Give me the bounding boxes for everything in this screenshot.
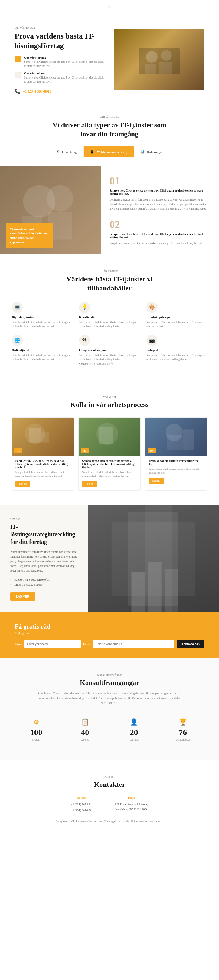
service-icon-5: 🛠 xyxy=(79,335,90,346)
about-btn[interactable]: LÄS MER xyxy=(10,592,35,601)
hero-tag: Om vårt företag xyxy=(14,26,105,29)
service-name-1: Digitala tjänster xyxy=(12,315,73,319)
mobile-icon: 📱 xyxy=(90,150,94,154)
cta-email-input[interactable] xyxy=(93,640,175,648)
about-title: IT-lösningsstrategiutveckling för ditt f… xyxy=(10,523,78,546)
split-item-1-desc: Det främsta skaset till att formaten är … xyxy=(110,197,210,211)
contact-phone-col: Telefon +1 (234) 567-891 +1 (234) 987-05… xyxy=(71,796,92,813)
services-grid-tag: Våra tjänster xyxy=(12,269,207,272)
cta-section: Få gratis råd Sliding titel Name Email K… xyxy=(0,612,219,658)
phone-icon: 📞 xyxy=(14,89,21,94)
svg-rect-3 xyxy=(144,64,156,75)
hero-title: Prova världens bästa IT-lösningsföretag xyxy=(14,32,105,51)
services-intro-section: Om vårt arbete Vi driver alla typer av I… xyxy=(0,103,219,166)
tabs-row: ⚙ Utveckling 📱 Webbmarknadsföring 📊 Data… xyxy=(14,146,205,158)
about-tag: Om oss xyxy=(10,517,78,520)
stats-row: ⚙ 100 Projekt 📋 40 Clients 👤 20 Vårt lag… xyxy=(12,714,207,746)
process-row: 01 Sample text. Click to select the text… xyxy=(12,417,207,491)
achievements-section: Konsultframgångar Konsultframgångar Samp… xyxy=(0,658,219,760)
process-card-title-2: Sample text. Click to select the text bo… xyxy=(82,459,136,469)
process-num-badge-3: 03 xyxy=(148,448,156,453)
about-list: • Support via e-post och telefon • Multi… xyxy=(10,577,78,587)
achievements-tag: Konsultframgångar xyxy=(12,673,207,676)
stat-item-1: ⚙ 100 Projekt xyxy=(12,714,61,746)
about-list-item-2: • Multi-Language Support xyxy=(10,582,78,587)
tab-development-label: Utveckling xyxy=(62,150,77,154)
stat-icon-4: 🏆 xyxy=(163,718,203,726)
cta-name-input[interactable] xyxy=(24,640,81,648)
stat-label-2: Clients xyxy=(65,738,105,741)
service-card-6: 📷 Fotografi Sample text. Click to select… xyxy=(146,335,207,366)
svg-rect-22 xyxy=(132,572,145,612)
stat-label-3: Vårt lag xyxy=(114,738,154,741)
hero-item-desc-1: Sample text. Click to select the text bo… xyxy=(24,60,105,68)
contact-section: Alla oss Kontakter Telefon +1 (234) 567-… xyxy=(0,760,219,838)
process-btn-2[interactable]: Läs nu xyxy=(82,481,97,487)
service-icon-3: 🎨 xyxy=(146,302,157,313)
split-item-2: 02 Sample text. Click to select the text… xyxy=(110,218,210,245)
tab-development[interactable]: ⚙ Utveckling xyxy=(50,146,84,158)
hero-image-illustration xyxy=(130,37,188,83)
hero-item-icon-2 xyxy=(14,72,21,78)
hero-image xyxy=(114,29,205,91)
service-icon-2: 💡 xyxy=(79,302,90,313)
contact-address-title: Plats xyxy=(115,796,148,799)
service-desc-1: Sample text. Click to select the text bo… xyxy=(12,320,73,329)
services-grid-section: Våra tjänster Världens bästa IT-tjänster… xyxy=(0,254,219,380)
process-num-badge-1: 01 xyxy=(14,448,22,453)
contact-phone-2: +1 (234) 987-056 xyxy=(71,807,92,813)
contact-address: 121 Rock Street, 21 Avenue, New York, NY… xyxy=(115,802,148,812)
stat-num-3: 20 xyxy=(114,728,154,737)
svg-rect-24 xyxy=(165,569,178,612)
process-content-3: again or double click to start editing t… xyxy=(145,456,207,487)
process-tag: Vad vi gör xyxy=(12,395,207,398)
svg-rect-14 xyxy=(99,426,113,444)
contact-address-col: Plats 121 Rock Street, 21 Avenue, New Yo… xyxy=(115,796,148,813)
process-content-1: Sample text. Click to select the text bo… xyxy=(12,456,74,490)
about-image-illustration xyxy=(87,505,219,612)
service-desc-3: Sample text. Click to select the text bo… xyxy=(146,320,207,329)
svg-point-1 xyxy=(146,51,158,63)
stat-num-2: 40 xyxy=(65,728,105,737)
tab-webmarketing-label: Webbmarknadsföring xyxy=(97,150,127,154)
svg-rect-23 xyxy=(148,562,162,612)
achievements-desc: Sample text. Click to select the text bo… xyxy=(36,691,182,705)
contact-title: Kontakter xyxy=(12,781,207,789)
service-card-4: 🌐 Onlinetjänst Sample text. Click to sel… xyxy=(12,335,73,366)
hero-phone[interactable]: 📞 +1 (234) 567-8910 xyxy=(14,89,105,94)
split-item-1: 01 Sample text. Click to select the text… xyxy=(110,175,210,211)
services-intro-tag: Om vårt arbete xyxy=(14,115,205,118)
process-img-2: 02 xyxy=(79,418,140,456)
cta-title: Få gratis råd xyxy=(14,623,205,630)
svg-rect-4 xyxy=(159,62,172,75)
svg-point-2 xyxy=(161,50,172,61)
services-grid-title: Världens bästa IT-tjänster vi tillhandah… xyxy=(59,275,160,293)
process-btn-3[interactable]: Läs nu xyxy=(149,478,164,484)
split-item-1-title: Sample text. Click to select the text bo… xyxy=(110,189,210,195)
tab-webmarketing[interactable]: 📱 Webbmarknadsföring xyxy=(84,146,134,158)
hero-section: Om vårt företag Prova världens bästa IT-… xyxy=(0,14,219,103)
hamburger-icon[interactable]: ≡ xyxy=(108,3,111,10)
process-card-2: 02 Sample text. Click to select the text… xyxy=(78,417,140,491)
service-name-2: Kreativ idé xyxy=(79,315,140,319)
service-card-1: 💻 Digitala tjänster Sample text. Click t… xyxy=(12,302,73,329)
svg-point-7 xyxy=(47,185,73,212)
service-desc-5: Sample text. Click to select the text bo… xyxy=(79,353,140,366)
process-btn-1[interactable]: Läs nu xyxy=(16,481,30,487)
stat-item-2: 📋 40 Clients xyxy=(61,714,110,746)
about-right xyxy=(87,505,219,612)
navigation: ≡ xyxy=(0,0,219,14)
gear-icon: ⚙ xyxy=(57,150,60,154)
process-section: Vad vi gör Kolla in vår arbetsprocess 01… xyxy=(0,380,219,505)
about-left: Om oss IT-lösningsstrategiutveckling för… xyxy=(0,505,87,612)
cta-submit-button[interactable]: Kontakta oss xyxy=(177,640,205,648)
process-card-desc-1: Sample text. Click to select the text bo… xyxy=(16,470,70,478)
hero-item-icon-1 xyxy=(14,56,21,62)
hero-item-text-1: Om vårt företag Sample text. Click to se… xyxy=(24,56,105,68)
process-card-title-3: again or double click to start editing t… xyxy=(149,459,203,466)
tab-dataanalysis[interactable]: 📊 Dataanalys xyxy=(134,146,169,158)
service-name-5: Obegränsad support xyxy=(79,348,140,352)
service-name-3: Inredningsdesign xyxy=(146,315,207,319)
service-icon-4: 🌐 xyxy=(12,335,23,346)
cta-email-label: Email xyxy=(83,643,90,646)
